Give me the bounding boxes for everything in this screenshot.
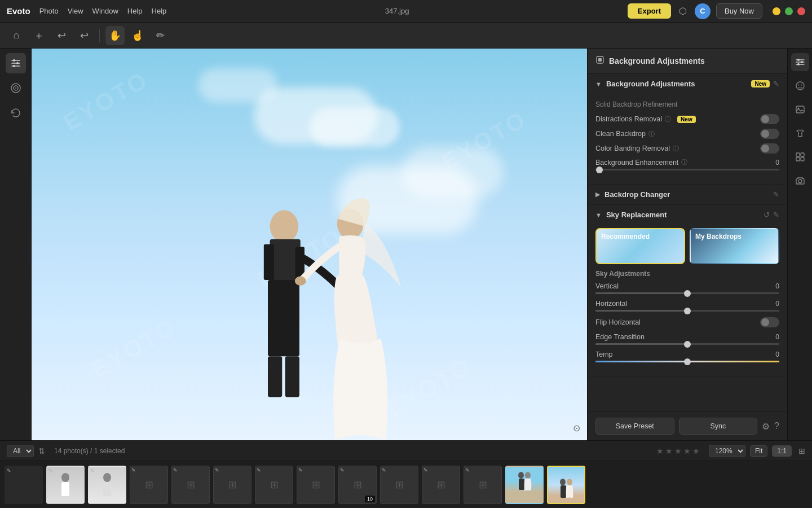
edit-mark-7: ✎: [257, 467, 261, 473]
panel-settings-icon[interactable]: ⚙: [762, 421, 770, 432]
star-4[interactable]: ★: [683, 446, 691, 456]
svg-point-40: [567, 479, 572, 485]
filmstrip-thumb-1[interactable]: ✎: [5, 466, 43, 504]
svg-point-23: [801, 85, 802, 86]
flip-horizontal-toggle[interactable]: [760, 317, 779, 327]
tshirt-icon-btn[interactable]: [791, 124, 809, 142]
recommended-tab[interactable]: Recommended: [595, 228, 685, 264]
menu-edit[interactable]: Photo: [39, 7, 59, 15]
panel-help-icon[interactable]: ?: [774, 421, 779, 431]
wedding-bw-thumb: [513, 471, 536, 499]
filmstrip-thumb-14[interactable]: [547, 466, 585, 504]
filmstrip-thumb-2[interactable]: ✎: [46, 466, 85, 504]
pointer-tool[interactable]: ☝: [128, 26, 147, 45]
export-icon-button[interactable]: ⬡: [677, 3, 689, 19]
color-banding-toggle[interactable]: [760, 143, 779, 154]
horizontal-slider-row: Horizontal 0: [595, 300, 779, 312]
sky-reset-icon[interactable]: ↺: [764, 211, 770, 219]
grid-icon-btn[interactable]: [791, 148, 809, 166]
edit-icon[interactable]: ✎: [773, 80, 779, 88]
hand-tool[interactable]: ✋: [105, 26, 125, 45]
edge-transition-slider[interactable]: [595, 343, 779, 345]
svg-point-0: [13, 59, 15, 62]
distractions-removal-row: Distractions Removal ⓘ New: [595, 114, 779, 124]
horizontal-value: 0: [768, 300, 779, 308]
history-tool[interactable]: [6, 103, 26, 123]
toolbar-divider: [99, 29, 100, 42]
star-2[interactable]: ★: [665, 446, 673, 456]
buy-now-button[interactable]: Buy Now: [716, 3, 762, 19]
undo-button[interactable]: ↩: [52, 26, 71, 45]
menu-window[interactable]: Help: [127, 7, 143, 15]
filmstrip-thumb-10[interactable]: ✎ ⊞: [380, 466, 418, 504]
filmstrip-filter-select[interactable]: All: [7, 445, 34, 457]
filmstrip-thumb-4[interactable]: ✎ ⊞: [130, 466, 168, 504]
svg-point-21: [796, 82, 804, 90]
sky-replacement-header[interactable]: ▼ Sky Replacement ↺ ✎: [588, 205, 787, 225]
svg-point-1: [16, 62, 19, 64]
vertical-label-row: Vertical 0: [595, 282, 779, 290]
horizontal-label-row: Horizontal 0: [595, 300, 779, 308]
sky-edit-icon[interactable]: ✎: [773, 211, 779, 219]
star-1[interactable]: ★: [656, 446, 664, 456]
filmstrip-thumb-3[interactable]: ✎: [88, 466, 126, 504]
backdrop-changer-header[interactable]: ▶ Backdrop Changer ✎: [588, 185, 787, 204]
distractions-removal-toggle[interactable]: [760, 114, 779, 124]
backdrop-edit-icon[interactable]: ✎: [773, 190, 779, 199]
my-backdrops-tab[interactable]: My Backdrops: [690, 228, 779, 264]
image-icon-btn[interactable]: [791, 100, 809, 119]
adjust-tool[interactable]: [6, 53, 26, 73]
filmstrip-thumb-11[interactable]: ✎ ⊞: [422, 466, 460, 504]
zoom-1to1-button[interactable]: 1:1: [772, 445, 792, 457]
adjustments-icon-btn[interactable]: [791, 53, 809, 71]
redo-button[interactable]: ↩: [74, 26, 94, 45]
vertical-slider[interactable]: [595, 292, 779, 294]
camera-icon-btn[interactable]: [791, 172, 809, 190]
filmstrip-photo-count: 14 photo(s) / 1 selected: [54, 447, 125, 455]
edit-mark-3: ✎: [90, 468, 95, 474]
export-button[interactable]: Export: [628, 3, 671, 19]
background-adjustments-header[interactable]: ▼ Background Adjustments New ✎: [588, 74, 787, 94]
empty-thumb-icon-10: ⊞: [395, 479, 404, 491]
filmstrip-thumb-9[interactable]: ✎ ⊞ 10: [338, 466, 377, 504]
sky-replacement-title: Sky Replacement: [606, 211, 760, 219]
filmstrip-thumb-5[interactable]: ✎ ⊞: [171, 466, 210, 504]
filmstrip-sort-button[interactable]: ⇅: [38, 446, 45, 456]
horizontal-slider[interactable]: [595, 310, 779, 312]
grid-view-button[interactable]: ⊞: [798, 446, 805, 456]
svg-rect-12: [285, 356, 299, 397]
filmstrip-thumb-7[interactable]: ✎ ⊞: [255, 466, 293, 504]
filmstrip-thumb-12[interactable]: ✎ ⊞: [464, 466, 502, 504]
svg-point-37: [525, 472, 531, 479]
filmstrip-thumb-13[interactable]: [505, 466, 544, 504]
add-button[interactable]: ＋: [29, 26, 48, 45]
maximize-button[interactable]: [785, 7, 793, 15]
zoom-select[interactable]: 120%: [709, 445, 745, 457]
save-preset-button[interactable]: Save Preset: [595, 418, 674, 435]
close-button[interactable]: [797, 7, 805, 15]
svg-rect-39: [561, 485, 566, 498]
home-button[interactable]: ⌂: [7, 26, 26, 45]
face-icon-btn[interactable]: [791, 77, 809, 95]
menu-photo[interactable]: View: [68, 7, 83, 15]
thumb-person-2: [57, 472, 74, 497]
star-5[interactable]: ★: [692, 446, 700, 456]
filmstrip-thumb-6[interactable]: ✎ ⊞: [213, 466, 251, 504]
cloud-2: [310, 107, 400, 147]
filmstrip-thumb-8[interactable]: ✎ ⊞: [297, 466, 335, 504]
window-controls: [773, 7, 805, 15]
menu-view[interactable]: Window: [92, 7, 118, 15]
filmstrip-toolbar: All ⇅ 14 photo(s) / 1 selected ★ ★ ★ ★ ★…: [0, 441, 812, 461]
background-enhancement-slider[interactable]: [595, 169, 779, 170]
brush-tool[interactable]: ✏: [151, 26, 170, 45]
filter-tool[interactable]: [6, 78, 26, 98]
zoom-fit-button[interactable]: Fit: [750, 445, 767, 457]
menu-help[interactable]: Help: [152, 7, 167, 15]
clean-backdrop-toggle[interactable]: [760, 129, 779, 139]
temp-slider[interactable]: [595, 361, 779, 362]
edge-transition-row: Edge Transition 0: [595, 333, 779, 345]
right-panel: Background Adjustments ▼ Background Adju…: [587, 49, 787, 440]
minimize-button[interactable]: [773, 7, 780, 15]
sync-button[interactable]: Sync: [679, 418, 758, 435]
star-3[interactable]: ★: [674, 446, 682, 456]
